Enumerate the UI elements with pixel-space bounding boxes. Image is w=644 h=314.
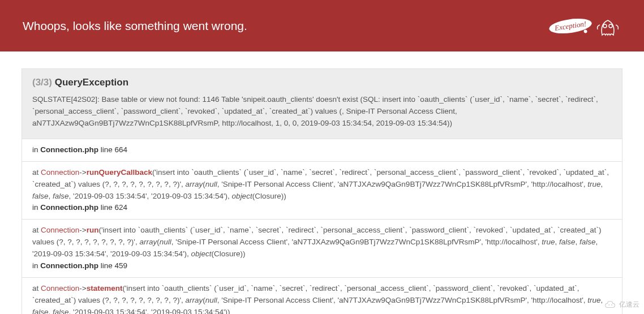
trace-class[interactable]: Connection: [41, 168, 79, 177]
exception-heading: (3/3) QueryException: [32, 77, 612, 88]
trace-row: at Connection->runQueryCallback('insert …: [22, 162, 622, 220]
trace-file-link[interactable]: Connection.php: [40, 203, 98, 212]
trace-class[interactable]: Connection: [41, 284, 79, 293]
svg-point-1: [609, 24, 612, 28]
svg-point-3: [611, 304, 612, 306]
exception-container: (3/3) QueryException SQLSTATE[42S02]: Ba…: [0, 51, 644, 314]
trace-method: statement: [87, 284, 123, 293]
exception-summary: (3/3) QueryException SQLSTATE[42S02]: Ba…: [22, 68, 622, 139]
trace-method: run: [87, 226, 99, 234]
cloud-icon: [604, 298, 617, 311]
watermark: 亿速云: [604, 298, 639, 311]
ghost-icon: [594, 12, 621, 40]
trace-row: at Connection->run('insert into `oauth_c…: [22, 220, 622, 278]
trace-file-link[interactable]: Connection.php: [40, 145, 98, 154]
speech-bubble: Exception!: [548, 16, 593, 35]
error-title: Whoops, looks like something went wrong.: [23, 19, 247, 33]
svg-point-2: [608, 304, 609, 306]
exception-count: (3/3): [32, 77, 52, 88]
exception-message: SQLSTATE[42S02]: Base table or view not …: [32, 94, 612, 130]
svg-point-0: [603, 24, 607, 28]
ghost-illustration: Exception!: [549, 12, 621, 40]
trace-row: in Connection.php line 664: [22, 139, 622, 162]
trace-class[interactable]: Connection: [41, 226, 79, 234]
trace-row: at Connection->statement('insert into `o…: [22, 278, 622, 314]
trace-file-link[interactable]: Connection.php: [40, 261, 98, 270]
exception-name[interactable]: QueryException: [55, 77, 128, 88]
error-header: Whoops, looks like something went wrong.…: [0, 0, 644, 51]
trace-method: runQueryCallback: [87, 168, 152, 177]
